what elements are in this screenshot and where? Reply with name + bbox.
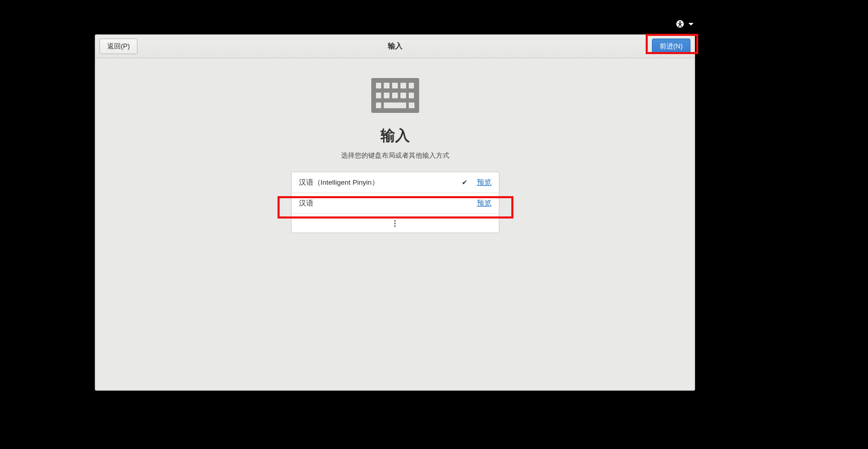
preview-link[interactable]: 预览 <box>477 178 492 187</box>
accessibility-icon <box>676 20 684 28</box>
topbar-status-area[interactable] <box>676 20 694 28</box>
list-item[interactable]: 汉语 预览 <box>292 193 499 214</box>
list-item-label: 汉语 <box>299 199 477 208</box>
content-area: 输入 选择您的键盘布局或者其他输入方式 汉语（Intelligent Pinyi… <box>95 58 695 390</box>
list-item[interactable]: 汉语（Intelligent Pinyin） ✔ 预览 <box>292 172 499 193</box>
page-heading: 输入 <box>381 126 410 146</box>
list-item-label: 汉语（Intelligent Pinyin） <box>299 178 462 187</box>
next-button[interactable]: 前进(N) <box>652 39 690 54</box>
back-button[interactable]: 返回(P) <box>99 39 137 54</box>
preview-link[interactable]: 预览 <box>477 199 492 208</box>
keyboard-icon <box>371 78 419 113</box>
show-more-button[interactable] <box>292 214 499 233</box>
svg-point-1 <box>680 21 681 23</box>
window-title: 输入 <box>95 42 695 51</box>
initial-setup-window: 返回(P) 输入 前进(N) 输入 选择您的键盘布局或者其他输入方式 汉语（In… <box>95 34 695 391</box>
chevron-down-icon <box>688 23 694 25</box>
titlebar: 返回(P) 输入 前进(N) <box>95 35 695 58</box>
more-icon <box>394 220 396 227</box>
page-subheading: 选择您的键盘布局或者其他输入方式 <box>341 151 449 160</box>
check-icon: ✔ <box>462 178 468 186</box>
input-source-list: 汉语（Intelligent Pinyin） ✔ 预览 汉语 预览 <box>291 172 499 233</box>
